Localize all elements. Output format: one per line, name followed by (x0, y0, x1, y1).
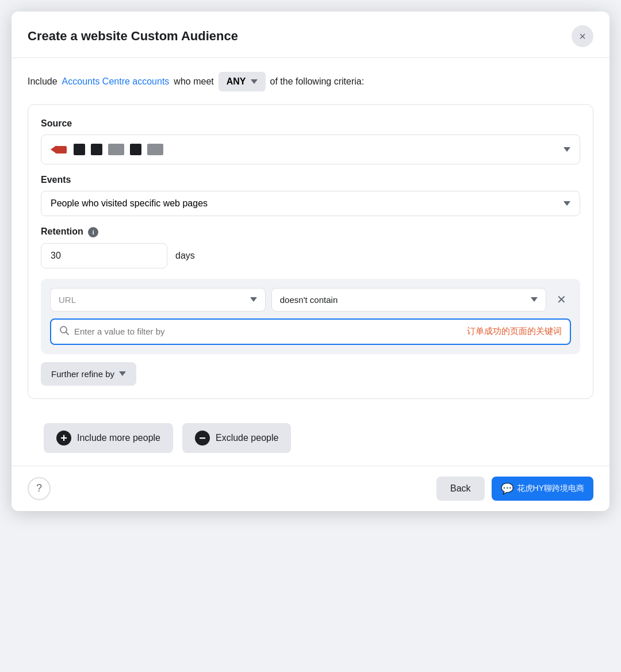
events-dropdown[interactable]: People who visited specific web pages (41, 191, 580, 216)
accounts-centre-link[interactable]: Accounts Centre accounts (62, 76, 170, 87)
footer-right: Back 💬 花虎HY聊跨境电商 (436, 477, 593, 501)
intro-middle: who meet (174, 76, 213, 87)
wechat-badge: 💬 花虎HY聊跨境电商 (492, 477, 593, 501)
url-chevron-icon (250, 297, 257, 302)
modal-header: Create a website Custom Audience × (12, 11, 610, 58)
retention-unit: days (175, 251, 195, 261)
back-button[interactable]: Back (436, 477, 485, 501)
help-button[interactable]: ? (28, 477, 51, 500)
modal-body: Include Accounts Centre accounts who mee… (12, 58, 610, 466)
plus-icon: + (56, 431, 71, 446)
wechat-label: 花虎HY聊跨境电商 (517, 483, 584, 494)
intro-row: Include Accounts Centre accounts who mee… (28, 72, 593, 91)
source-black-icon-1 (74, 144, 85, 155)
further-refine-chevron-icon (119, 371, 126, 376)
source-black-icon-2 (91, 144, 102, 155)
intro-suffix: of the following criteria: (270, 76, 365, 87)
filter-hint-text: 订单成功的页面的关键词 (467, 326, 562, 337)
svg-line-3 (66, 332, 69, 335)
events-chevron-icon (564, 201, 570, 206)
source-chevron-icon (564, 147, 570, 152)
close-button[interactable]: × (572, 25, 593, 47)
source-gray-icon-1 (108, 144, 124, 155)
source-gray-icon-2 (147, 144, 163, 155)
source-dropdown[interactable] (41, 135, 580, 164)
condition-dropdown[interactable]: doesn't contain (271, 288, 546, 312)
svg-rect-0 (55, 146, 67, 153)
condition-label: doesn't contain (280, 295, 338, 305)
further-refine-label: Further refine by (51, 369, 114, 379)
condition-chevron-icon (531, 297, 538, 302)
filter-top-row: URL doesn't contain ✕ (50, 288, 571, 312)
modal-title: Create a website Custom Audience (28, 29, 238, 44)
action-row: + Include more people − Exclude people (28, 412, 593, 466)
chevron-down-icon (251, 79, 258, 84)
events-label: Events (41, 175, 580, 185)
svg-marker-1 (51, 145, 56, 153)
retention-label: Retention i (41, 226, 580, 237)
any-dropdown-button[interactable]: ANY (218, 72, 266, 91)
filter-search-input[interactable] (74, 327, 462, 336)
include-more-label: Include more people (77, 433, 160, 443)
retention-info-icon[interactable]: i (88, 227, 98, 237)
exclude-label: Exclude people (216, 433, 278, 443)
filter-search-row: 订单成功的页面的关键词 (50, 318, 571, 345)
minus-icon: − (195, 431, 210, 446)
include-more-people-button[interactable]: + Include more people (44, 423, 173, 453)
source-icons (51, 142, 163, 157)
source-red-icon (51, 142, 68, 157)
wechat-icon: 💬 (501, 482, 513, 495)
source-label: Source (41, 118, 580, 129)
search-icon (59, 325, 70, 338)
events-value: People who visited specific web pages (51, 198, 208, 209)
further-refine-button[interactable]: Further refine by (41, 362, 136, 386)
retention-input[interactable] (41, 243, 167, 268)
create-audience-modal: Create a website Custom Audience × Inclu… (12, 11, 610, 511)
exclude-people-button[interactable]: − Exclude people (182, 423, 291, 453)
url-label: URL (59, 295, 76, 305)
source-black-icon-3 (130, 144, 141, 155)
filter-card: URL doesn't contain ✕ (41, 279, 580, 354)
any-dropdown-label: ANY (227, 76, 246, 87)
intro-prefix: Include (28, 76, 57, 87)
retention-row: days (41, 243, 580, 268)
url-dropdown[interactable]: URL (50, 288, 266, 312)
criteria-card: Source (28, 104, 593, 399)
modal-footer: ? Back 💬 花虎HY聊跨境电商 (12, 466, 610, 511)
filter-remove-button[interactable]: ✕ (552, 290, 571, 309)
